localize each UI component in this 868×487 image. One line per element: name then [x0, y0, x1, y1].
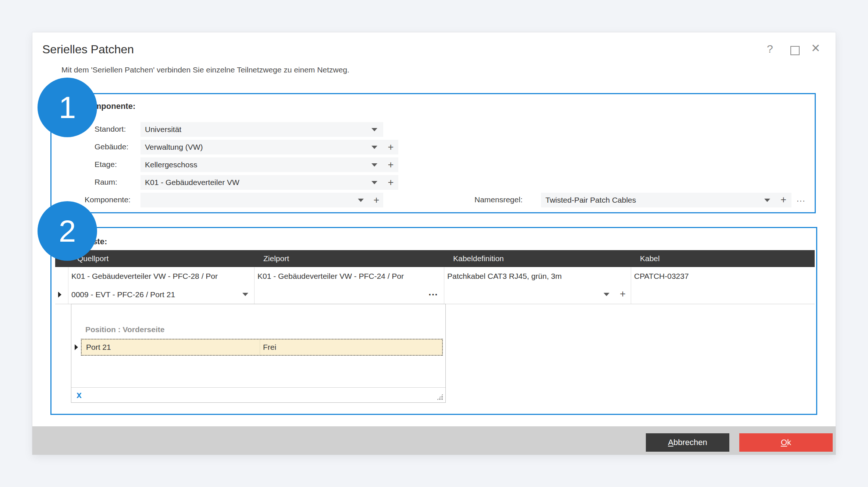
plus-icon: +: [620, 288, 626, 299]
ellipsis-icon: ···: [428, 289, 438, 301]
dropdown-footer-divider: [71, 387, 445, 388]
table-cell-kabel[interactable]: CPATCH-03237: [631, 267, 815, 285]
close-button[interactable]: ×: [811, 40, 820, 55]
dropdown-cell-status[interactable]: Frei: [260, 340, 442, 355]
startkomponente-section: [50, 93, 816, 213]
column-header-kabeldefinition[interactable]: Kabeldefinition: [444, 250, 631, 267]
row-indicator-icon: [75, 344, 78, 350]
column-header-zielport[interactable]: Zielport: [255, 250, 444, 267]
dropdown-group-header: Position : Vorderseite: [85, 325, 165, 334]
dialog-footer: Abbrechen Ok: [32, 426, 836, 455]
step-badge-2: 2: [38, 201, 97, 261]
row-indicator-cell: [55, 285, 68, 304]
chevron-down-icon[interactable]: [604, 293, 609, 296]
dialog-title: Serielles Patchen: [42, 43, 134, 56]
help-button[interactable]: ?: [767, 43, 773, 55]
serielles-patchen-dialog: Serielles Patchen ? × Mit dem 'Seriellen…: [32, 32, 836, 455]
edit-cell-quellport-combobox[interactable]: 0009 - EVT - PFC-26 / Port 21: [68, 285, 255, 304]
row-indicator-cell: [55, 267, 68, 285]
dropdown-cell-port[interactable]: Port 21: [82, 340, 260, 355]
table-cell-quellport[interactable]: K01 - Gebäudeverteiler VW - PFC-28 / Por: [68, 267, 255, 285]
column-header-kabel[interactable]: Kabel: [631, 250, 815, 267]
clear-x-icon: x: [77, 390, 82, 400]
chevron-down-icon[interactable]: [242, 293, 248, 296]
row-indicator-icon: [58, 292, 61, 298]
dropdown-row-port21[interactable]: Port 21 Frei: [81, 339, 443, 356]
edit-cell-kabeldefinition-combobox[interactable]: +: [444, 285, 631, 304]
column-header-quellport[interactable]: Quellport: [68, 250, 255, 267]
resize-grip[interactable]: [437, 394, 443, 400]
edit-cell-kabel[interactable]: [631, 285, 815, 304]
dialog-subtitle: Mit dem 'Seriellen Patchen' verbinden Si…: [61, 65, 349, 74]
patchliste-table: Quellport Zielport Kabeldefinition Kabel…: [55, 250, 815, 304]
maximize-icon: [790, 46, 800, 55]
ok-button[interactable]: Ok: [739, 433, 833, 452]
close-icon: ×: [811, 40, 820, 56]
cancel-button[interactable]: Abbrechen: [646, 433, 729, 452]
help-icon: ?: [767, 43, 773, 55]
step-badge-1: 1: [38, 78, 97, 137]
clear-selection-button[interactable]: x: [77, 390, 82, 399]
maximize-button[interactable]: [790, 46, 800, 55]
edit-cell-zielport-more-button[interactable]: ···: [255, 285, 444, 304]
table-cell-zielport[interactable]: K01 - Gebäudeverteiler VW - PFC-24 / Por: [255, 267, 444, 285]
table-cell-kabeldefinition[interactable]: Patchkabel CAT3 RJ45, grün, 3m: [444, 267, 631, 285]
kabeldefinition-add-button[interactable]: +: [620, 288, 626, 300]
port-dropdown-panel: Position : Vorderseite Port 21 Frei x: [71, 304, 446, 403]
